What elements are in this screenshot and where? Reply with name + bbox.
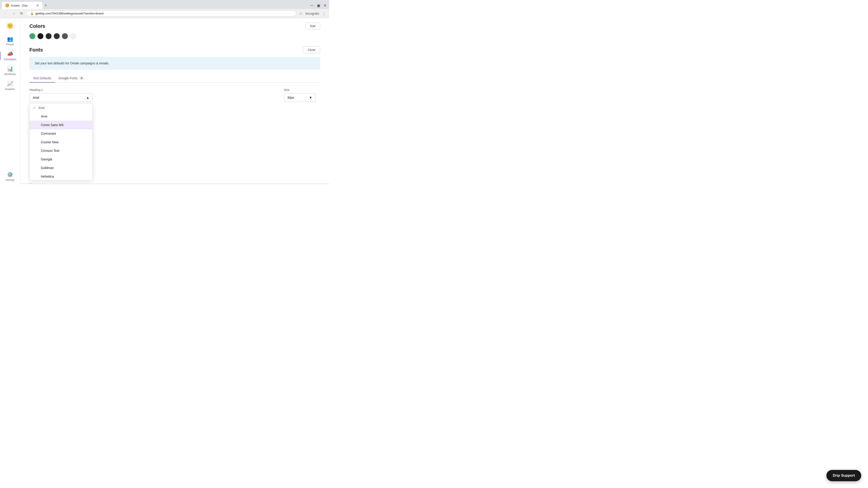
heading1-size-area: Size 30px ▼ (284, 88, 320, 102)
chevron-down-icon: ▼ (309, 96, 312, 99)
dropdown-item-label: Crimson Text (41, 149, 59, 153)
window-controls: ― ▣ ✕ (309, 3, 327, 8)
dropdown-item-label: Helvetica (41, 175, 54, 178)
swatch-black2[interactable] (46, 33, 52, 39)
tab-google-fonts-label: Google Fonts (59, 76, 78, 80)
settings-icon: ⚙️ (7, 172, 13, 177)
dropdown-item-label: Arvo (41, 115, 48, 118)
url-bar[interactable]: 🔒 getdrip.com/7641396/settings/assets?se… (26, 10, 296, 17)
profile-button[interactable]: Incognito (305, 11, 320, 16)
sidebar-item-analytics[interactable]: 📈 Analytics (2, 78, 19, 93)
content-area: Colors Edit Fonts Close Set your text de… (20, 18, 329, 184)
workflows-icon: 📊 (7, 66, 13, 72)
colors-edit-button[interactable]: Edit (306, 23, 320, 30)
dropdown-item-georgia[interactable]: Georgia (30, 155, 92, 164)
swatch-green[interactable] (29, 33, 35, 39)
dropdown-item-courier-new[interactable]: Courier New (30, 138, 92, 147)
dropdown-item-crimson-text[interactable]: Crimson Text (30, 147, 92, 155)
heading1-label: Heading 1 (29, 88, 279, 92)
heading1-size-dropdown[interactable]: 30px ▼ (284, 93, 315, 102)
sidebar-label-settings: Settings (6, 178, 15, 181)
tab-text-defaults[interactable]: Text Defaults (29, 74, 55, 83)
sidebar-item-campaigns[interactable]: 📣 Campaigns (2, 49, 19, 63)
dropdown-item-arvo[interactable]: Arvo (30, 112, 92, 121)
sidebar-item-settings[interactable]: ⚙️ Settings (2, 169, 19, 184)
campaigns-icon: 📣 (7, 51, 13, 57)
active-tab[interactable]: 🙂 Assets · Drip ✕ (2, 2, 42, 9)
sidebar-item-wrapper-campaigns: 📣 Campaigns (2, 49, 19, 63)
heading1-dropdown-wrapper: Arial ▲ ✓ Arial (29, 93, 93, 102)
dropdown-item-label: Comic Sans MS (41, 123, 64, 127)
tab-bar: 🙂 Assets · Drip ✕ + ― ▣ ✕ (0, 0, 329, 9)
heading1-font-dropdown[interactable]: Arial ▲ (29, 93, 93, 102)
refresh-button[interactable]: ↻ (19, 11, 24, 16)
tab-google-fonts[interactable]: Google Fonts 0 (55, 74, 88, 82)
bookmark-button[interactable]: ☆ (299, 11, 303, 16)
tab-favicon: 🙂 (5, 4, 9, 7)
main-content: Colors Edit Fonts Close Set your text de… (20, 18, 329, 184)
info-text: Set your text defaults for Onsite campai… (35, 61, 109, 65)
swatch-black3[interactable] (54, 33, 60, 39)
people-icon: 👥 (7, 36, 13, 42)
google-fonts-badge: 0 (79, 76, 84, 80)
sidebar-item-workflows[interactable]: 📊 Workflows (2, 64, 19, 78)
sidebar-item-wrapper-analytics: 📈 Analytics (2, 78, 19, 93)
font-dropdown-menu: ✓ Arial Arvo Comic Sans MS (29, 103, 93, 181)
sidebar: 🙂 👥 People 📣 Campaigns 📊 Workflows 📈 (0, 18, 20, 184)
incognito-label: Incognito (305, 11, 319, 15)
tab-text-defaults-label: Text Defaults (33, 76, 51, 80)
check-icon: ✓ (33, 106, 36, 109)
sidebar-item-wrapper-settings: ⚙️ Settings (2, 169, 19, 184)
sidebar-item-people[interactable]: 👥 People (2, 34, 19, 48)
dropdown-scroll-area[interactable]: ✓ Arial Arvo Comic Sans MS (30, 103, 92, 180)
sidebar-label-workflows: Workflows (4, 73, 16, 75)
sidebar-item-wrapper-workflows: 📊 Workflows (2, 64, 19, 78)
sidebar-label-people: People (6, 43, 14, 46)
info-banner: Set your text defaults for Onsite campai… (29, 57, 320, 70)
heading1-size-label: Size (284, 88, 320, 92)
colors-section-header: Colors Edit (29, 23, 320, 30)
colors-title: Colors (29, 23, 45, 29)
heading1-size-value: 30px (287, 96, 294, 99)
close-window-button[interactable]: ✕ (322, 3, 327, 8)
analytics-icon: 📈 (7, 81, 13, 87)
swatch-light[interactable] (70, 33, 76, 39)
chevron-up-icon: ▲ (86, 96, 89, 99)
fonts-close-button[interactable]: Close (303, 46, 320, 53)
fonts-title: Fonts (29, 47, 43, 53)
fonts-section-header: Fonts Close (29, 46, 320, 53)
app-layout: 🙂 👥 People 📣 Campaigns 📊 Workflows 📈 (0, 18, 329, 184)
sidebar-label-analytics: Analytics (5, 88, 15, 90)
browser-actions: ☆ Incognito ⋮ (299, 11, 327, 16)
heading1-row: Heading 1 Arial ▲ ✓ Arial (29, 88, 320, 105)
sidebar-item-wrapper-people: 👥 People (2, 34, 19, 48)
heading1-left: Heading 1 Arial ▲ ✓ Arial (29, 88, 279, 105)
forward-button[interactable]: → (11, 11, 17, 16)
active-indicator (0, 52, 0, 60)
scrollbar-track (21, 184, 328, 185)
dropdown-item-comic-sans[interactable]: Comic Sans MS (30, 121, 92, 129)
dropdown-item-label: Cormorant (41, 132, 56, 135)
menu-button[interactable]: ⋮ (322, 11, 327, 16)
dropdown-item-label: Goldman (41, 166, 54, 170)
color-swatches (29, 33, 320, 39)
dropdown-item-cormorant[interactable]: Cormorant (30, 129, 92, 138)
browser-chrome: 🙂 Assets · Drip ✕ + ― ▣ ✕ ← → ↻ 🔒 getdri… (0, 0, 329, 18)
dropdown-item-goldman[interactable]: Goldman (30, 164, 92, 172)
logo-icon: 🙂 (6, 22, 15, 31)
swatch-black1[interactable] (37, 33, 43, 39)
new-tab-button[interactable]: + (42, 2, 49, 8)
horizontal-scrollbar[interactable] (20, 184, 329, 184)
dropdown-item-label: Arial (38, 106, 44, 109)
swatch-black4[interactable] (62, 33, 68, 39)
lock-icon: 🔒 (30, 12, 34, 15)
minimize-button[interactable]: ― (309, 3, 315, 8)
scrollbar-thumb[interactable] (21, 184, 66, 185)
back-button[interactable]: ← (3, 11, 8, 16)
dropdown-item-arial[interactable]: ✓ Arial (30, 103, 92, 112)
app-logo: 🙂 (5, 21, 16, 31)
dropdown-item-helvetica[interactable]: Helvetica (30, 172, 92, 180)
tab-close-btn[interactable]: ✕ (36, 4, 39, 7)
restore-button[interactable]: ▣ (316, 3, 321, 8)
dropdown-item-label: Courier New (41, 140, 59, 144)
